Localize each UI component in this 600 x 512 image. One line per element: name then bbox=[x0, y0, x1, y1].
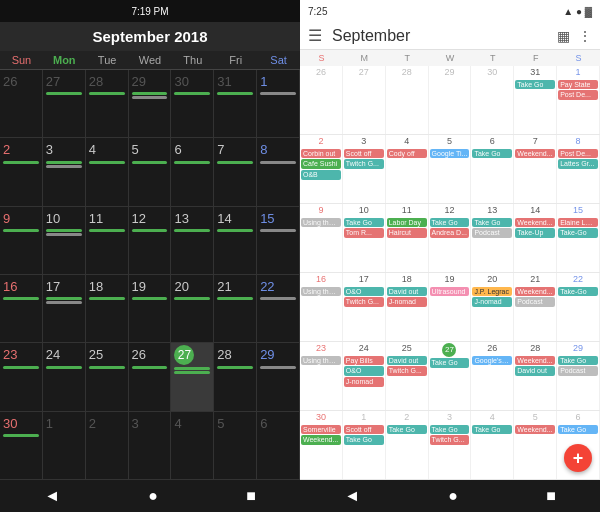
cal-day[interactable]: 27 bbox=[43, 70, 86, 137]
r-event: Weekend... bbox=[301, 435, 341, 445]
r-cal-day[interactable]: 1 Pay State Post De... bbox=[557, 66, 600, 134]
r-cal-day[interactable]: 30 Somerville Weekend... bbox=[300, 411, 343, 479]
r-cal-day[interactable]: 5 Weekend... bbox=[514, 411, 557, 479]
r-cal-day[interactable]: 3 Take Go Twitch G... bbox=[429, 411, 472, 479]
r-cal-day[interactable]: 2 Corbin out Cafe Sushi O&B bbox=[300, 135, 343, 203]
cal-day[interactable]: 13 bbox=[171, 207, 214, 274]
r-cal-day[interactable]: 1 Scott off Take Go bbox=[343, 411, 386, 479]
cal-day[interactable]: 30 bbox=[0, 412, 43, 479]
cal-day[interactable]: 5 bbox=[129, 138, 172, 205]
r-cal-day[interactable]: 24 Pay Bills O&O J-nomad bbox=[343, 342, 386, 410]
r-event: Tom R... bbox=[344, 228, 384, 238]
back-button-right[interactable]: ◄ bbox=[344, 487, 360, 505]
cal-day[interactable]: 12 bbox=[129, 207, 172, 274]
calendar-view-icon[interactable]: ▦ bbox=[557, 28, 570, 44]
cal-day[interactable]: 1 bbox=[257, 70, 300, 137]
more-options-icon[interactable]: ⋮ bbox=[578, 28, 592, 44]
r-cal-day[interactable]: 23 Using the G1... bbox=[300, 342, 343, 410]
r-cal-day[interactable]: 29 bbox=[429, 66, 472, 134]
r-cal-day[interactable]: 28 Weekend... David out bbox=[514, 342, 557, 410]
r-cal-day[interactable]: 3 Scott off Twitch G... bbox=[343, 135, 386, 203]
r-cal-day[interactable]: 21 Weekend... Podcast bbox=[514, 273, 557, 341]
cal-day[interactable]: 19 bbox=[129, 275, 172, 342]
r-cal-day[interactable]: 18 David out J-nomad bbox=[386, 273, 429, 341]
cal-day[interactable]: 24 bbox=[43, 343, 86, 410]
r-cal-day[interactable]: 4 Take Go bbox=[471, 411, 514, 479]
cal-day[interactable]: 26 bbox=[129, 343, 172, 410]
r-cal-day[interactable]: 16 Using the Nexus... bbox=[300, 273, 343, 341]
r-cal-day[interactable]: 5 Google Ti... bbox=[429, 135, 472, 203]
r-cal-day[interactable]: 12 Take Go Andrea D... bbox=[429, 204, 472, 272]
cal-day[interactable]: 7 bbox=[214, 138, 257, 205]
cal-day[interactable]: 29 bbox=[257, 343, 300, 410]
cal-day[interactable]: 25 bbox=[86, 343, 129, 410]
r-cal-day[interactable]: 29 Take Go Podcast bbox=[557, 342, 600, 410]
menu-button[interactable]: ☰ bbox=[308, 26, 322, 45]
r-cal-day[interactable]: 14 Weekend... Take-Up bbox=[514, 204, 557, 272]
cal-day[interactable]: 30 bbox=[171, 70, 214, 137]
cal-day[interactable]: 9 bbox=[0, 207, 43, 274]
cal-day[interactable]: 22 bbox=[257, 275, 300, 342]
recents-button[interactable]: ■ bbox=[246, 487, 256, 505]
cal-day[interactable]: 8 bbox=[257, 138, 300, 205]
cal-day[interactable]: 10 bbox=[43, 207, 86, 274]
r-cal-day[interactable]: 27 bbox=[343, 66, 386, 134]
r-cal-day[interactable]: 26 Google's Birthday bbox=[471, 342, 514, 410]
cal-day[interactable]: 4 bbox=[171, 412, 214, 479]
cal-day[interactable]: 29 bbox=[129, 70, 172, 137]
r-cal-day[interactable]: 17 O&O Twitch G... bbox=[343, 273, 386, 341]
r-cal-day[interactable]: 22 Take-Go bbox=[557, 273, 600, 341]
cal-day[interactable]: 3 bbox=[43, 138, 86, 205]
week-row: 2 3 4 5 6 7 8 bbox=[0, 138, 300, 206]
cal-day[interactable]: 11 bbox=[86, 207, 129, 274]
r-cal-day[interactable]: 26 bbox=[300, 66, 343, 134]
home-button-right[interactable]: ● bbox=[448, 487, 458, 505]
r-cal-day[interactable]: 13 Take Go Podcast bbox=[471, 204, 514, 272]
r-cal-day[interactable]: 9 Using the Galaxy... bbox=[300, 204, 343, 272]
cal-day[interactable]: 28 bbox=[214, 343, 257, 410]
cal-day-today[interactable]: 27 bbox=[171, 343, 214, 410]
r-cal-day[interactable]: 30 bbox=[471, 66, 514, 134]
r-cal-day[interactable]: 11 Labor Day Haircut bbox=[386, 204, 429, 272]
cal-day[interactable]: 20 bbox=[171, 275, 214, 342]
recents-button-right[interactable]: ■ bbox=[546, 487, 556, 505]
cal-day[interactable]: 23 bbox=[0, 343, 43, 410]
r-cal-day[interactable]: 25 David out Twitch G... bbox=[386, 342, 429, 410]
cal-day[interactable]: 4 bbox=[86, 138, 129, 205]
r-cal-day[interactable]: 10 Take Go Tom R... bbox=[343, 204, 386, 272]
back-button[interactable]: ◄ bbox=[44, 487, 60, 505]
cal-day[interactable]: 28 bbox=[86, 70, 129, 137]
cal-day[interactable]: 26 bbox=[0, 70, 43, 137]
fab-add-button[interactable]: + bbox=[564, 444, 592, 472]
r-cal-day[interactable]: 4 Cody off bbox=[386, 135, 429, 203]
r-cal-day[interactable]: 8 Post De... Lattes Gr... bbox=[557, 135, 600, 203]
r-cal-day[interactable]: 27 Take Go bbox=[429, 342, 472, 410]
nav-bar-right: ◄ ● ■ bbox=[300, 480, 600, 512]
cal-day[interactable]: 3 bbox=[129, 412, 172, 479]
cal-day[interactable]: 17 bbox=[43, 275, 86, 342]
cal-day[interactable]: 1 bbox=[43, 412, 86, 479]
cal-day[interactable]: 31 bbox=[214, 70, 257, 137]
cal-day[interactable]: 2 bbox=[0, 138, 43, 205]
cal-day[interactable]: 2 bbox=[86, 412, 129, 479]
cal-day[interactable]: 15 bbox=[257, 207, 300, 274]
r-cal-day[interactable]: 15 Elaine Log... Take-Go bbox=[557, 204, 600, 272]
r-cal-day[interactable]: 2 Take Go bbox=[386, 411, 429, 479]
r-cal-day[interactable]: 20 J.P. Legrac J-nomad bbox=[471, 273, 514, 341]
cal-day[interactable]: 6 bbox=[171, 138, 214, 205]
cal-day[interactable]: 14 bbox=[214, 207, 257, 274]
r-cal-day[interactable]: 31 Take Go bbox=[514, 66, 557, 134]
month-title-left: September 2018 bbox=[0, 22, 300, 51]
home-button[interactable]: ● bbox=[148, 487, 158, 505]
r-cal-day[interactable]: 6 Take Go bbox=[471, 135, 514, 203]
cal-day[interactable]: 5 bbox=[214, 412, 257, 479]
r-cal-day[interactable]: 28 bbox=[386, 66, 429, 134]
cal-day[interactable]: 16 bbox=[0, 275, 43, 342]
cal-day[interactable]: 6 bbox=[257, 412, 300, 479]
dow-row-left: Sun Mon Tue Wed Thu Fri Sat bbox=[0, 51, 300, 70]
r-cal-day[interactable]: 19 Ultrasound bbox=[429, 273, 472, 341]
cal-day[interactable]: 21 bbox=[214, 275, 257, 342]
r-cal-day[interactable]: 7 Weekend... bbox=[514, 135, 557, 203]
r-event: O&O bbox=[344, 287, 384, 297]
cal-day[interactable]: 18 bbox=[86, 275, 129, 342]
